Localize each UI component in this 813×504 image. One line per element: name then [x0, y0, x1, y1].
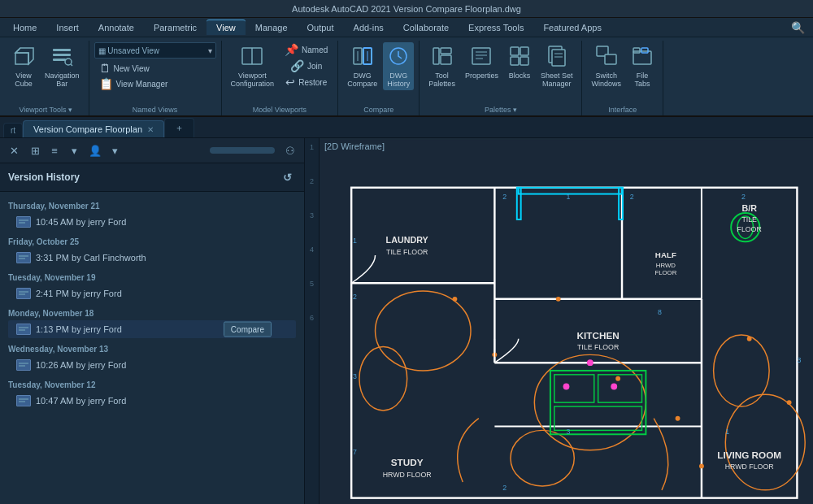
dwg-compare-label: DWGCompare — [347, 72, 377, 88]
tab-layout1[interactable]: rt — [3, 123, 23, 137]
search-btn[interactable]: 🔍 — [786, 20, 810, 35]
compare-label: Compare — [363, 106, 393, 115]
tab-close[interactable]: ✕ — [147, 125, 154, 134]
entry-1047am[interactable]: 10:47 AM by jerry Ford — [8, 392, 296, 410]
named-views-items: ▦ Unsaved View ▾ 🗒 New View 📋 View Manag… — [94, 42, 216, 106]
date-group-nov21: Thursday, November 21 10:45 AM by jerry … — [0, 197, 304, 232]
viewport-tools-group: ViewCube NavigationBar View — [3, 41, 89, 115]
line-3: 3 — [310, 210, 314, 242]
new-view-icon: 🗒 — [99, 63, 111, 74]
interface-label: Interface — [608, 106, 637, 115]
join-icon: 🔗 — [290, 60, 304, 72]
navigation-bar-button[interactable]: NavigationBar — [41, 42, 84, 90]
unsaved-view-dropdown[interactable]: ▦ Unsaved View ▾ — [94, 42, 216, 59]
user-button[interactable]: 👤 — [86, 141, 104, 159]
grid-view-button[interactable]: ⊞ — [26, 141, 44, 159]
viewport-config-label: ViewportConfiguration — [231, 72, 275, 88]
restore-label: Restore — [298, 78, 327, 87]
tab-view[interactable]: View — [207, 20, 246, 35]
sheet-set-manager-button[interactable]: Sheet SetManager — [537, 42, 577, 90]
tab-collaborate[interactable]: Collaborate — [393, 20, 459, 35]
svg-point-80 — [699, 463, 704, 468]
svg-text:KITCHEN: KITCHEN — [577, 330, 620, 341]
version-history-panel: Version History ↺ Thursday, November 21 … — [0, 163, 304, 504]
file-tabs-icon — [631, 45, 654, 70]
tab-label: Version Compare Floorplan — [33, 124, 142, 134]
svg-point-75 — [452, 297, 457, 302]
entry-1045am[interactable]: 10:45 AM by jerry Ford — [8, 213, 296, 231]
svg-text:3: 3 — [567, 428, 571, 436]
svg-rect-45 — [17, 324, 30, 334]
new-view-button[interactable]: 🗒 New View — [94, 61, 154, 76]
date-group-nov18: Monday, November 18 1:13 PM by jerry For… — [0, 304, 304, 340]
view-cube-button[interactable]: ViewCube — [8, 42, 39, 90]
join-label: Join — [307, 62, 322, 71]
drawing-viewport[interactable]: [2D Wireframe] — [320, 138, 813, 504]
restore-icon: ↩ — [285, 76, 295, 88]
properties-button[interactable]: Properties — [461, 42, 502, 82]
refresh-button[interactable]: ↺ — [278, 168, 296, 186]
tab-annotate[interactable]: Annotate — [89, 20, 144, 35]
search-icon: 🔍 — [791, 22, 805, 33]
named-views-label: Named Views — [133, 106, 177, 115]
view-manager-icon: 📋 — [99, 78, 113, 89]
dropdown-arrow-btn[interactable]: ▾ — [65, 141, 83, 159]
tab-featured[interactable]: Featured Apps — [533, 20, 611, 35]
entry-331pm[interactable]: 3:31 PM by Carl Finchworth — [8, 249, 296, 267]
list-view-button[interactable]: ≡ — [46, 141, 63, 159]
filter-button[interactable]: ⚇ — [281, 141, 299, 159]
svg-rect-36 — [17, 217, 30, 227]
view-manager-button[interactable]: 📋 View Manager — [94, 76, 173, 91]
join-button[interactable]: 🔗 Join — [280, 59, 333, 73]
tab-home[interactable]: Home — [3, 20, 46, 35]
date-group-nov19: Tuesday, November 19 2:41 PM by jerry Fo… — [0, 268, 304, 304]
compare-tooltip-button[interactable]: Compare — [224, 322, 272, 337]
svg-text:2: 2 — [353, 293, 357, 301]
viewport-config-button[interactable]: ViewportConfiguration — [227, 42, 279, 90]
palettes-items: ToolPalettes Properties — [424, 42, 576, 106]
palettes-label: Palettes ▾ — [485, 106, 517, 115]
tab-version-compare[interactable]: Version Compare Floorplan ✕ — [23, 120, 164, 137]
entry-time-2: 3:31 PM by Carl Finchworth — [36, 253, 146, 263]
user-dropdown-btn[interactable]: ▾ — [106, 141, 124, 159]
svg-text:1: 1 — [725, 428, 729, 436]
named-button[interactable]: 📌 Named — [280, 42, 333, 57]
view-cube-icon — [12, 45, 35, 70]
svg-text:HRWD FLOOR: HRWD FLOOR — [383, 471, 432, 479]
restore-button[interactable]: ↩ Restore — [280, 75, 333, 89]
named-label: Named — [302, 46, 328, 54]
switch-windows-button[interactable]: SwitchWindows — [587, 42, 625, 90]
file-tabs-button[interactable]: FileTabs — [627, 42, 658, 90]
svg-rect-26 — [520, 57, 528, 65]
date-label-nov18: Monday, November 18 — [8, 309, 296, 318]
tab-manage[interactable]: Manage — [246, 20, 298, 35]
entry-241pm[interactable]: 2:41 PM by jerry Ford — [8, 285, 296, 302]
entry-113pm[interactable]: 1:13 PM by jerry Ford Compare — [8, 320, 296, 338]
view-manager-label: View Manager — [116, 80, 168, 89]
svg-text:1: 1 — [567, 193, 571, 201]
new-tab-button[interactable]: ＋ — [164, 118, 194, 137]
tab-insert[interactable]: Insert — [46, 20, 89, 35]
version-icon-5 — [16, 359, 31, 371]
tool-palettes-button[interactable]: ToolPalettes — [424, 42, 459, 90]
dwg-compare-button[interactable]: DWGCompare — [343, 42, 381, 90]
blocks-button[interactable]: Blocks — [504, 42, 535, 82]
view-cube-label: ViewCube — [15, 72, 33, 88]
tab-express[interactable]: Express Tools — [459, 20, 533, 35]
svg-rect-35 — [641, 48, 648, 53]
tab-output[interactable]: Output — [298, 20, 344, 35]
version-history-list[interactable]: Thursday, November 21 10:45 AM by jerry … — [0, 192, 304, 504]
dwg-history-button[interactable]: DWGHistory — [383, 42, 414, 90]
switch-windows-icon — [595, 45, 618, 70]
date-group-nov12: Tuesday, November 12 10:47 AM by jerry F… — [0, 376, 304, 411]
version-icon-4 — [16, 324, 31, 335]
tab-addins[interactable]: Add-ins — [344, 20, 393, 35]
entry-1026am[interactable]: 10:26 AM by jerry Ford — [8, 356, 296, 374]
svg-rect-24 — [520, 47, 528, 55]
close-panel-button[interactable]: ✕ — [5, 141, 23, 159]
entry-time-3: 2:41 PM by jerry Ford — [36, 289, 122, 298]
svg-rect-34 — [633, 48, 640, 53]
svg-rect-5 — [53, 54, 71, 56]
tab-parametric[interactable]: Parametric — [144, 20, 207, 35]
compare-group: DWGCompare DWGHistory Compare — [338, 41, 420, 115]
